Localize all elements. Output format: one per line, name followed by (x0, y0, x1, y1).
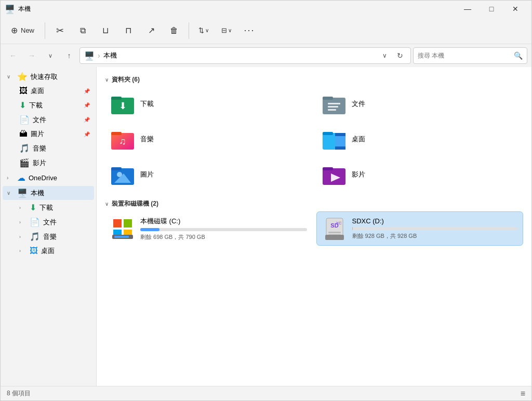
sub-chevron-4: › (19, 248, 26, 253)
folders-section-header: ∨ 資料夾 (6) (105, 71, 523, 87)
drive-c-name: 本機磁碟 (C:) (140, 217, 307, 226)
sub-downloads-icon: ⬇ (30, 203, 36, 212)
rename-button[interactable]: ⊓ (118, 19, 139, 42)
forward-button[interactable]: → (23, 47, 40, 64)
svg-rect-32 (328, 232, 341, 233)
sidebar-item-desktop[interactable]: 🖼 桌面 📌 (3, 84, 94, 98)
share-icon: ↗ (148, 26, 155, 35)
refresh-button[interactable]: ↻ (394, 49, 406, 62)
minimize-button[interactable]: — (456, 1, 480, 17)
main-area: ∨ ⭐ 快速存取 🖼 桌面 📌 ⬇ 下載 📌 📄 文件 📌 (1, 67, 531, 386)
svg-rect-34 (325, 235, 344, 240)
documents-folder-icon: 📄 (19, 115, 30, 125)
delete-button[interactable]: 🗑 (164, 19, 184, 42)
more-button[interactable]: ··· (239, 19, 260, 42)
sub-documents-icon: 📄 (30, 217, 40, 227)
view-dropdown-icon: ∨ (228, 28, 232, 33)
folder-videos-icon (322, 162, 347, 187)
folder-videos[interactable]: 影片 (316, 158, 524, 191)
drive-d-name: SDXC (D:) (352, 217, 518, 225)
folder-desktop-label: 桌面 (352, 135, 365, 144)
close-button[interactable]: ✕ (503, 1, 527, 17)
drives-section-header: ∨ 裝置和磁碟機 (2) (105, 195, 523, 211)
folders-grid: ⬇ 下載 文 (105, 87, 523, 191)
sidebar-item-quick-access[interactable]: ∨ ⭐ 快速存取 (3, 70, 94, 84)
folder-pictures-icon (110, 162, 135, 187)
sort-icon: ⇅ (198, 26, 204, 34)
up-button[interactable]: ↑ (61, 47, 77, 64)
folder-pictures[interactable]: 圖片 (105, 158, 312, 191)
search-box: 🔍 (413, 47, 527, 64)
folder-download-label: 下載 (140, 99, 154, 109)
sort-button[interactable]: ⇅ ∨ (193, 19, 214, 42)
svg-rect-27 (114, 236, 129, 238)
pin-icon-desktop: 📌 (84, 88, 90, 94)
share-button[interactable]: ↗ (141, 19, 162, 42)
quick-access-chevron: ∨ (7, 74, 14, 79)
sidebar-subitem-desktop[interactable]: › 🖼 桌面 (3, 244, 94, 258)
status-count: 8 個項目 (7, 389, 31, 398)
quick-access-star-icon: ⭐ (17, 72, 28, 82)
svg-rect-22 (113, 219, 122, 228)
search-input[interactable] (418, 52, 511, 59)
pin-icon-documents: 📌 (84, 117, 90, 123)
path-icon: 🖥️ (84, 51, 95, 61)
drive-c-icon (110, 216, 135, 241)
new-icon: ⊕ (11, 26, 18, 35)
copy-button[interactable]: ⧉ (72, 19, 93, 42)
sidebar-item-videos[interactable]: 🎬 影片 (3, 156, 94, 170)
paste-button[interactable]: ⊔ (95, 19, 116, 42)
new-label: New (21, 26, 34, 34)
title-bar: 🖥️ 本機 — □ ✕ (1, 1, 531, 17)
folders-chevron: ∨ (105, 77, 109, 83)
svg-text:♫: ♫ (119, 136, 126, 146)
window: 🖥️ 本機 — □ ✕ ⊕ New ✂ ⧉ ⊔ ⊓ ↗ 🗑 (0, 0, 532, 401)
address-bar: 🖥️ › 本機 ∨ ↻ (79, 47, 411, 64)
dropdown-button[interactable]: ∨ (42, 47, 59, 64)
onedrive-chevron: › (7, 175, 14, 181)
drive-d-info: SDXC (D:) 剩餘 928 GB，共 928 GB (352, 217, 518, 240)
view-toggle-icon[interactable]: ≡ (521, 389, 525, 398)
folder-desktop-icon (322, 127, 347, 152)
sidebar-item-this-pc[interactable]: ∨ 🖥️ 本機 (3, 186, 94, 200)
maximize-button[interactable]: □ (480, 1, 503, 17)
more-icon: ··· (244, 25, 255, 36)
sidebar-item-onedrive[interactable]: › ☁ OneDrive (3, 171, 94, 185)
drive-d[interactable]: SD XC SDXC (D:) 剩餘 928 GB， (316, 211, 524, 246)
address-dropdown-button[interactable]: ∨ (378, 49, 391, 62)
svg-rect-23 (124, 219, 132, 228)
music-folder-icon: 🎵 (19, 143, 30, 153)
view-icon: ⊟ (221, 26, 227, 34)
sidebar-subitem-documents[interactable]: › 📄 文件 (3, 215, 94, 229)
folder-music[interactable]: ♫ 音樂 (105, 123, 312, 156)
sidebar-subitem-music[interactable]: › 🎵 音樂 (3, 230, 94, 244)
search-icon: 🔍 (514, 51, 523, 60)
this-pc-chevron: ∨ (7, 190, 14, 196)
drive-c-bar-fill (140, 228, 159, 231)
folder-docs[interactable]: 文件 (316, 87, 524, 121)
onedrive-section: › ☁ OneDrive (1, 171, 96, 185)
drive-c-bar-bg (140, 228, 307, 231)
this-pc-section: ∨ 🖥️ 本機 › ⬇ 下載 › 📄 文件 › 🎵 音樂 (1, 186, 96, 258)
view-button[interactable]: ⊟ ∨ (216, 19, 237, 42)
new-button[interactable]: ⊕ New (5, 19, 41, 42)
pin-icon-downloads: 📌 (84, 102, 90, 108)
sort-dropdown-icon: ∨ (205, 28, 209, 33)
sidebar-subitem-downloads[interactable]: › ⬇ 下載 (3, 200, 94, 215)
back-button[interactable]: ← (5, 47, 21, 64)
sidebar-item-downloads[interactable]: ⬇ 下載 📌 (3, 98, 94, 112)
copy-icon: ⧉ (80, 26, 86, 35)
svg-rect-14 (335, 136, 345, 146)
sub-desktop-icon: 🖼 (30, 246, 38, 256)
quick-access-section: ∨ ⭐ 快速存取 🖼 桌面 📌 ⬇ 下載 📌 📄 文件 📌 (1, 70, 96, 170)
sidebar-item-pictures[interactable]: 🏔 圖片 📌 (3, 127, 94, 141)
sidebar-item-music[interactable]: 🎵 音樂 (3, 141, 94, 155)
drive-c[interactable]: 本機磁碟 (C:) 剩餘 698 GB，共 790 GB (105, 211, 312, 246)
nav-bar: ← → ∨ ↑ 🖥️ › 本機 ∨ ↻ 🔍 (1, 44, 531, 67)
folder-desktop[interactable]: 桌面 (316, 123, 524, 156)
cut-button[interactable]: ✂ (49, 19, 70, 42)
sidebar-item-documents[interactable]: 📄 文件 📌 (3, 113, 94, 127)
folder-download[interactable]: ⬇ 下載 (105, 87, 312, 121)
svg-rect-12 (323, 132, 333, 135)
svg-text:XC: XC (336, 221, 341, 225)
